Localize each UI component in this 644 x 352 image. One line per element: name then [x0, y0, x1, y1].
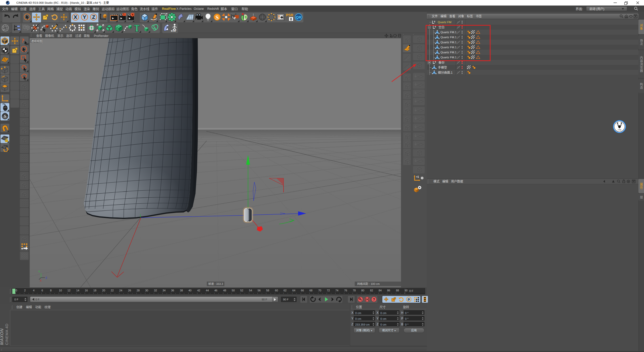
- svg-text:S: S: [4, 114, 6, 118]
- svg-text:86: 86: [387, 289, 390, 292]
- svg-text:62: 62: [284, 289, 287, 292]
- svg-text:透视视图: 透视视图: [31, 39, 42, 43]
- svg-text:58: 58: [266, 289, 269, 292]
- svg-text:PSR: PSR: [286, 13, 293, 17]
- svg-text:80: 80: [361, 289, 364, 292]
- svg-text:56: 56: [258, 289, 261, 292]
- svg-text:Z: Z: [46, 276, 47, 279]
- svg-text:54: 54: [249, 289, 252, 292]
- svg-text:34: 34: [163, 289, 166, 292]
- svg-text:50: 50: [232, 289, 235, 292]
- svg-text:44: 44: [206, 289, 209, 292]
- svg-text:Z: Z: [92, 14, 95, 20]
- svg-text:48: 48: [223, 289, 226, 292]
- svg-text:Y: Y: [38, 270, 40, 273]
- svg-text:QR: QR: [296, 15, 302, 19]
- svg-text:28: 28: [137, 289, 140, 292]
- svg-text:2: 2: [24, 289, 26, 292]
- svg-text:70: 70: [318, 289, 321, 292]
- svg-text:6: 6: [42, 289, 43, 292]
- svg-text:14: 14: [76, 289, 79, 292]
- svg-text:0: 0: [434, 20, 435, 23]
- svg-text:74: 74: [335, 289, 338, 292]
- svg-text:68: 68: [309, 289, 312, 292]
- svg-text:26: 26: [128, 289, 131, 292]
- svg-text:32: 32: [154, 289, 157, 292]
- svg-text:16: 16: [85, 289, 88, 292]
- svg-text:64: 64: [292, 289, 295, 292]
- svg-text:42: 42: [197, 289, 200, 292]
- svg-text:?: ?: [373, 297, 375, 301]
- svg-text:12: 12: [67, 289, 70, 292]
- svg-text:X: X: [40, 279, 42, 282]
- svg-text:4: 4: [33, 289, 34, 292]
- svg-text:78: 78: [353, 289, 356, 292]
- svg-text:72: 72: [327, 289, 330, 292]
- svg-text:8: 8: [50, 289, 52, 292]
- svg-text:84: 84: [379, 289, 382, 292]
- svg-text:0: 0: [290, 17, 292, 21]
- svg-text:88: 88: [396, 289, 399, 292]
- svg-text:36: 36: [171, 289, 174, 292]
- svg-text:P: P: [408, 298, 410, 301]
- svg-text:0: 0: [16, 289, 17, 292]
- svg-text:30: 30: [145, 289, 148, 292]
- svg-text:66: 66: [301, 289, 304, 292]
- svg-text:X: X: [74, 14, 77, 20]
- svg-text:46: 46: [214, 289, 217, 292]
- svg-text:40: 40: [188, 289, 191, 292]
- svg-text:52: 52: [240, 289, 243, 292]
- svg-text:?: ?: [21, 37, 24, 44]
- svg-text:Y: Y: [83, 14, 86, 20]
- svg-text:76: 76: [344, 289, 347, 292]
- svg-text:20: 20: [102, 289, 105, 292]
- svg-text:10: 10: [59, 289, 62, 292]
- svg-text:24: 24: [119, 289, 122, 292]
- svg-text:帧速 : 333.3: 帧速 : 333.3: [208, 282, 223, 285]
- svg-text:S: S: [215, 14, 219, 21]
- svg-text:行天客: 行天客: [618, 129, 621, 131]
- svg-text:fx: fx: [173, 28, 176, 32]
- svg-text:38: 38: [180, 289, 183, 292]
- svg-text:82: 82: [370, 289, 373, 292]
- svg-text:60: 60: [275, 289, 278, 292]
- svg-text:18: 18: [93, 289, 96, 292]
- svg-text:=1: =1: [416, 175, 419, 178]
- svg-text:网格间距 : 100 cm: 网格间距 : 100 cm: [357, 282, 380, 285]
- svg-text:22: 22: [111, 289, 114, 292]
